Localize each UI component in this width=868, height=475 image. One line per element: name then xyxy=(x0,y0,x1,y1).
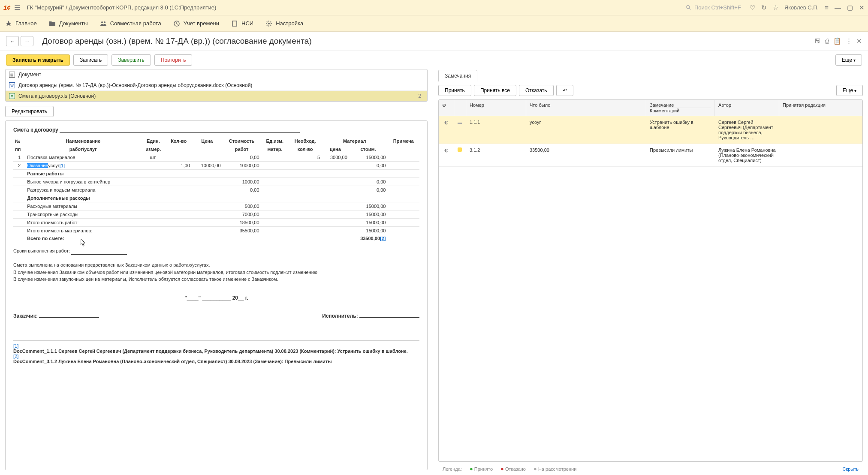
table-row: 1Поставка материаловшт.0,0053000,0015000… xyxy=(13,153,419,162)
edit-button[interactable]: Редактировать xyxy=(5,106,54,117)
right-panel: Замечания Принять Принять все Отказать ↶… xyxy=(433,69,868,475)
remarks-table: ⊘ Номер Что было Замечание Комментарий А… xyxy=(438,99,863,462)
complete-button[interactable]: Завершить xyxy=(112,54,151,66)
nav-back[interactable]: ← xyxy=(6,36,19,46)
file-row-xls[interactable]: X Смета к договору.xls (Основной) 2 xyxy=(6,91,427,101)
remarks-toolbar: Принять Принять все Отказать ↶ Еще xyxy=(438,81,863,99)
user-name[interactable]: Яковлев С.П. xyxy=(784,4,819,11)
search-placeholder: Поиск Ctrl+Shift+F xyxy=(694,4,741,11)
minimize-icon[interactable]: — xyxy=(835,4,841,11)
col-comment: Комментарий xyxy=(650,108,711,113)
table-row: Дополнительные расходы xyxy=(13,194,419,202)
close-form-icon[interactable]: ✕ xyxy=(856,37,862,45)
nav-forward[interactable]: → xyxy=(21,36,33,46)
svg-point-2 xyxy=(101,21,103,23)
file-row-document[interactable]: ▤ Документ xyxy=(6,69,427,80)
estimate-title: Смета к договору xyxy=(13,127,419,133)
legend: Легенда: ● Принято ● Отказано ● На рассм… xyxy=(438,462,863,475)
accept-button[interactable]: Принять xyxy=(438,85,471,96)
col-number: Номер xyxy=(466,100,526,116)
close-icon[interactable]: ✕ xyxy=(859,4,865,12)
print-icon[interactable]: ⎙ xyxy=(825,37,829,45)
doc-title: Договор аренды (озн.) (врем. № 17-ДА (вр… xyxy=(42,36,814,46)
reject-button[interactable]: Отказать xyxy=(519,85,554,96)
table-row: Разные работы xyxy=(13,170,419,178)
doc-icon: ▤ xyxy=(9,72,15,78)
remarks-row[interactable]: ◐3.1.233500,00Превысили лимитыЛужина Еле… xyxy=(439,144,862,167)
table-row: Расходные материалы500,0015000,00 xyxy=(13,202,419,210)
table-row: Итого стоимость материалов:35500,0015000… xyxy=(13,227,419,235)
people-icon xyxy=(100,20,107,27)
file-list: ▤ Документ W Договор аренды (врем. № 17-… xyxy=(5,69,428,102)
search-icon xyxy=(686,5,692,11)
undo-button[interactable]: ↶ xyxy=(556,85,573,96)
table-row: Транспортные расходы7000,0015000,00 xyxy=(13,210,419,219)
col-what: Что было xyxy=(526,100,646,116)
nav-time[interactable]: Учет времени xyxy=(173,20,219,27)
gear-icon xyxy=(265,20,272,27)
table-row: Разгрузка и подъем материала0,000,00 xyxy=(13,186,419,194)
total-label: Всего по смете: xyxy=(25,234,141,242)
svg-point-6 xyxy=(268,23,270,24)
save-icon[interactable]: 🖫 xyxy=(814,37,821,45)
clock-icon xyxy=(173,20,180,27)
attach-icon[interactable]: 📋 xyxy=(833,37,841,45)
content: ▤ Документ W Договор аренды (врем. № 17-… xyxy=(0,69,868,475)
nav-documents[interactable]: Документы xyxy=(49,20,88,27)
action-bar: Записать и закрыть Записать Завершить По… xyxy=(0,51,868,69)
file-preview[interactable]: Смета к договору № Наименование Един. Ко… xyxy=(5,120,428,470)
folder-icon xyxy=(49,20,56,27)
table-row: Итого стоимость работ:18500,0015000,00 xyxy=(13,219,419,227)
nav-nsi[interactable]: НСИ xyxy=(231,20,253,27)
remarks-header: ⊘ Номер Что было Замечание Комментарий А… xyxy=(439,100,862,116)
file-row-docx[interactable]: W Договор аренды (врем. № 17-ДА (вр.))-О… xyxy=(6,80,427,91)
svg-rect-5 xyxy=(232,21,237,26)
panel-icon[interactable]: ≡ xyxy=(825,4,829,11)
main-nav: Главное Документы Совместная работа Учет… xyxy=(0,15,868,32)
file-label: Смета к договору.xls (Основной) xyxy=(18,93,415,99)
file-label: Договор аренды (врем. № 17-ДА (вр.))-Осн… xyxy=(18,82,424,88)
accept-all-button[interactable]: Принять все xyxy=(474,85,516,96)
tab-remarks[interactable]: Замечания xyxy=(438,70,477,81)
hide-legend-link[interactable]: Скрыть xyxy=(842,466,859,472)
titlebar: 1¢ ☰ ГК "Меркурий" / Документооборот КОР… xyxy=(0,0,868,15)
remarks-more-button[interactable]: Еще xyxy=(836,85,863,96)
col-status-icon: ⊘ xyxy=(439,100,454,116)
svg-point-0 xyxy=(687,5,690,8)
col-redaction: Принятая редакция xyxy=(779,100,862,116)
bell-icon[interactable]: ♡ xyxy=(750,4,755,12)
svg-line-1 xyxy=(689,8,691,9)
history-icon[interactable]: ↻ xyxy=(761,4,767,12)
maximize-icon[interactable]: ▢ xyxy=(847,4,853,12)
date-template: "____" __________ 20__ г. xyxy=(13,295,419,301)
more-button[interactable]: Еще xyxy=(835,54,862,66)
star-icon[interactable]: ☆ xyxy=(773,4,778,12)
retry-button[interactable]: Повторить xyxy=(154,54,193,66)
col-author: Автор xyxy=(715,100,779,116)
col-remark: Замечание xyxy=(650,102,711,108)
nav-home[interactable]: Главное xyxy=(5,20,37,27)
doc-header: ← → Договор аренды (озн.) (врем. № 17-ДА… xyxy=(0,32,868,51)
book-icon xyxy=(231,20,238,27)
global-search[interactable]: Поиск Ctrl+Shift+F xyxy=(686,4,741,11)
nav-settings[interactable]: Настройка xyxy=(265,20,303,27)
kebab-icon[interactable]: ⋮ xyxy=(846,37,852,45)
app-title: ГК "Меркурий" / Документооборот КОРП, ре… xyxy=(27,4,686,11)
xls-icon: X xyxy=(9,93,15,99)
save-button[interactable]: Записать xyxy=(73,54,108,66)
estimate-table: № Наименование Един. Кол-во Цена Стоимос… xyxy=(13,137,419,242)
table-row: Вынос мусора и погрузка в контейнер1000,… xyxy=(13,178,419,186)
svg-point-3 xyxy=(104,21,105,23)
left-panel: ▤ Документ W Договор аренды (врем. № 17-… xyxy=(0,69,433,475)
nav-collab[interactable]: Совместная работа xyxy=(100,20,161,27)
save-close-button[interactable]: Записать и закрыть xyxy=(6,54,70,66)
titlebar-right: ♡ ↻ ☆ Яковлев С.П. ≡ — ▢ ✕ xyxy=(750,4,865,12)
docx-icon: W xyxy=(9,82,15,88)
logo-1c: 1¢ xyxy=(3,4,11,11)
table-row: 2Оказаниеусоуг[1]1,0010000,0010000,000,0… xyxy=(13,162,419,170)
file-label: Документ xyxy=(18,72,424,78)
star-icon xyxy=(5,20,12,27)
menu-icon[interactable]: ☰ xyxy=(14,3,23,12)
remarks-count-badge: 2 xyxy=(418,93,424,99)
remarks-row[interactable]: ◐▬1.1.1усоугУстранить ошибку в шаблонеСе… xyxy=(439,116,862,144)
